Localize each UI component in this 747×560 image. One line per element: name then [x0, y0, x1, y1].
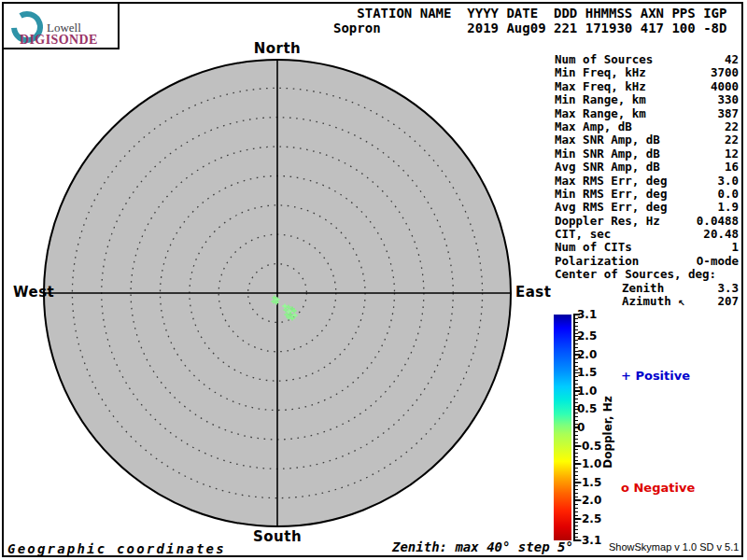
stat-row: CIT, sec20.48: [555, 228, 739, 241]
colorbar-tick-label: 1.5: [577, 366, 597, 379]
colorbar-tick-label: 2.5: [577, 329, 597, 343]
lowell-digisonde-logo: Lowell DIGISONDE: [2, 2, 120, 49]
stat-row: Azimuth ↖207: [555, 295, 739, 308]
stat-row: Max Freq, kHz4000: [555, 80, 739, 93]
stat-row: Min Range, km330: [555, 93, 739, 106]
colorbar-tick-label: -1.5: [577, 475, 601, 488]
stats-panel: Num of Sources42Min Freq, kHz3700Max Fre…: [555, 53, 739, 308]
stat-row: Max Range, km387: [555, 107, 739, 120]
colorbar-tick-label: 2.0: [577, 348, 597, 361]
colorbar-gradient: [554, 315, 571, 540]
zenith-scale-label: Zenith: max 40° step 5°: [392, 539, 573, 554]
software-version-label: ShowSkymap v 1.0 SD v 5.1: [609, 541, 739, 553]
compass-east-label: East: [515, 284, 551, 301]
positive-doppler-legend: + Positive: [621, 369, 690, 383]
colorbar-tick-label: 3.1: [577, 308, 597, 321]
stat-row: PolarizationO-mode: [555, 255, 739, 268]
header-station-values: Sopron 2019 Aug09 221 171930 417 100 -8D: [333, 21, 726, 35]
stat-row: Avg RMS Err, deg1.9: [555, 201, 739, 214]
stat-row: Num of CITs1: [555, 241, 739, 254]
logo-digisonde-text: DIGISONDE: [20, 33, 98, 48]
header-column-titles: STATION NAME YYYY DATE DDD HHMMSS AXN PP…: [333, 6, 726, 21]
stat-row: Doppler Res, Hz0.0488: [555, 215, 739, 228]
stat-row: Center of Sources, deg:: [555, 268, 739, 281]
colorbar-tick-label: -3.1: [577, 534, 601, 547]
stat-row: Avg SNR Amp, dB16: [555, 161, 739, 174]
colorbar-tick-label: 1.0: [577, 385, 597, 398]
stat-row: Zenith3.3: [555, 282, 739, 295]
colorbar-tick-label: 0.5: [577, 402, 597, 415]
negative-doppler-legend: o Negative: [621, 481, 695, 495]
stat-row: Min SNR Amp, dB12: [555, 147, 739, 161]
skymap-plot: [42, 58, 513, 528]
colorbar-tick-label: -2.5: [577, 511, 601, 525]
compass-west-label: West: [13, 284, 54, 301]
stat-row: Min Freq, kHz3700: [555, 66, 739, 79]
compass-south-label: South: [253, 528, 302, 545]
stat-row: Max SNR Amp, dB22: [555, 133, 739, 147]
coordinates-mode-label: Geographic coordinates: [7, 541, 226, 556]
stat-row: Min RMS Err, deg0.0: [555, 188, 739, 201]
stat-row: Num of Sources42: [555, 53, 739, 66]
colorbar-tick-label: -0.5: [577, 439, 601, 452]
skymap-window: Lowell DIGISONDE STATION NAME YYYY DATE …: [0, 0, 747, 560]
compass-north-label: North: [254, 40, 302, 57]
stat-row: Max RMS Err, deg3.0: [555, 175, 739, 188]
colorbar-tick-label: 0: [577, 421, 585, 434]
colorbar-tick-label: -1.0: [577, 457, 601, 470]
colorbar-title: Doppler, Hz: [601, 396, 614, 469]
colorbar-tick-label: -2.0: [577, 494, 601, 507]
stat-row: Max Amp, dB22: [555, 120, 739, 133]
